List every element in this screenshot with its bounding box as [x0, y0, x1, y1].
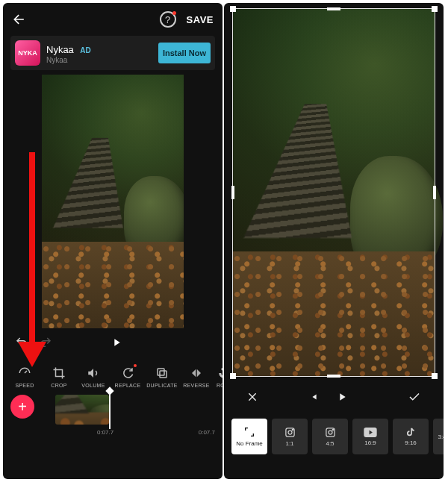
- tool-label: ROTA: [217, 383, 223, 388]
- tool-label: DUPLICATE: [146, 383, 177, 388]
- svg-point-3: [288, 431, 292, 434]
- install-button[interactable]: Install Now: [158, 43, 211, 63]
- crop-handle-b[interactable]: [327, 375, 340, 378]
- top-bar: ? SAVE: [3, 3, 223, 36]
- help-icon[interactable]: ?: [160, 11, 176, 28]
- ratio-1-1[interactable]: 1:1: [272, 419, 308, 454]
- tool-strip: SPEED CROP VOLUME REPLACE DUPLICATE REVE…: [3, 352, 223, 388]
- crop-handle-br[interactable]: [432, 373, 438, 379]
- speedometer-icon: [17, 366, 32, 381]
- ad-banner[interactable]: NYKA Nykaa AD Nykaa Install Now: [10, 36, 215, 70]
- crop-icon: [52, 366, 66, 381]
- back-icon[interactable]: [12, 12, 27, 27]
- editor-main-panel: ? SAVE NYKA Nykaa AD Nykaa Install Now: [3, 3, 223, 479]
- crop-controls: [224, 382, 444, 412]
- crop-handle-l[interactable]: [231, 186, 234, 199]
- volume-icon: [86, 366, 101, 381]
- rotate-icon: [217, 366, 223, 381]
- crop-handle-tl[interactable]: [230, 6, 236, 12]
- ratio-9-16[interactable]: 9:16: [393, 419, 429, 454]
- tool-label: REPLACE: [115, 383, 141, 388]
- tool-duplicate[interactable]: DUPLICATE: [145, 366, 179, 388]
- crop-frame[interactable]: [233, 9, 435, 376]
- svg-point-4: [292, 429, 293, 430]
- timecode-end: 0:07.7: [199, 429, 215, 436]
- tool-label: VOLUME: [81, 383, 105, 388]
- svg-point-6: [329, 431, 332, 434]
- ad-app-icon: NYKA: [15, 40, 40, 66]
- crop-handle-tr[interactable]: [432, 6, 438, 12]
- timecode: 0:07.7: [97, 429, 113, 436]
- youtube-icon: [364, 428, 377, 437]
- ratio-label: 4:5: [326, 440, 334, 447]
- ratio-label: 3:4: [438, 434, 444, 440]
- preview-image: [42, 75, 184, 328]
- close-icon[interactable]: [237, 391, 267, 403]
- expand-icon: [243, 426, 255, 438]
- svg-rect-0: [160, 371, 167, 378]
- crop-handle-t[interactable]: [327, 7, 340, 10]
- ratio-3-4[interactable]: 3:4: [433, 419, 444, 454]
- playback-row: [3, 328, 223, 352]
- ratio-label: 9:16: [405, 439, 417, 446]
- aspect-ratio-strip: No Frame 1:1 4:5 16:9 9:16 3:4: [224, 412, 444, 461]
- video-preview[interactable]: [42, 75, 184, 328]
- play-icon[interactable]: [111, 337, 122, 348]
- instagram-icon: [284, 427, 296, 438]
- duplicate-icon: [155, 366, 169, 381]
- tool-volume[interactable]: VOLUME: [76, 366, 111, 388]
- crop-panel: No Frame 1:1 4:5 16:9 9:16 3:4: [224, 3, 444, 479]
- svg-rect-1: [158, 369, 164, 375]
- ad-tag: AD: [80, 46, 90, 54]
- tool-reverse[interactable]: REVERSE: [179, 366, 214, 388]
- tiktok-icon: [405, 427, 416, 437]
- crop-handle-bl[interactable]: [230, 373, 236, 379]
- play-icon[interactable]: [327, 391, 357, 403]
- tool-replace[interactable]: REPLACE: [111, 366, 145, 388]
- ratio-label: No Frame: [236, 440, 263, 447]
- crop-handle-r[interactable]: [433, 186, 436, 199]
- ratio-label: 1:1: [285, 440, 293, 447]
- ad-text: Nykaa AD Nykaa: [40, 43, 158, 64]
- replace-icon: [120, 366, 135, 381]
- playhead[interactable]: [109, 390, 111, 429]
- timeline[interactable]: + 0:07.7 0:07.7: [3, 390, 223, 438]
- ratio-16-9[interactable]: 16:9: [352, 419, 388, 454]
- redo-icon[interactable]: [39, 336, 52, 349]
- ad-title: Nykaa: [46, 44, 74, 55]
- tool-crop[interactable]: CROP: [42, 366, 76, 388]
- tool-label: SPEED: [15, 383, 34, 388]
- ratio-noframe[interactable]: No Frame: [231, 419, 267, 454]
- tool-rotate[interactable]: ROTA: [214, 366, 223, 388]
- undo-icon[interactable]: [15, 336, 28, 349]
- add-clip-button[interactable]: +: [10, 395, 34, 419]
- tool-label: REVERSE: [183, 383, 210, 388]
- instagram-icon: [325, 427, 336, 438]
- crop-stage[interactable]: [233, 9, 435, 376]
- ad-subtitle: Nykaa: [46, 56, 158, 64]
- svg-point-7: [332, 429, 333, 430]
- save-button[interactable]: SAVE: [187, 14, 214, 25]
- ratio-label: 16:9: [364, 439, 376, 446]
- prev-frame-icon[interactable]: [299, 392, 327, 402]
- tool-speed[interactable]: SPEED: [7, 366, 42, 388]
- ratio-4-5[interactable]: 4:5: [312, 419, 348, 454]
- tool-label: CROP: [51, 383, 66, 388]
- timeline-clip[interactable]: [55, 395, 109, 425]
- reverse-icon: [189, 366, 204, 381]
- confirm-icon[interactable]: [399, 390, 430, 404]
